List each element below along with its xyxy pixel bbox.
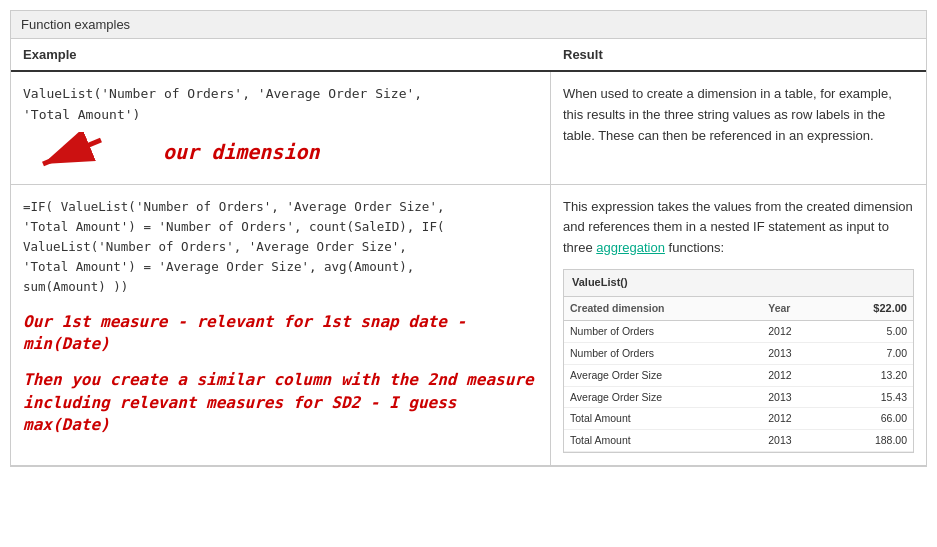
dimension-annotation-label: our dimension — [163, 137, 320, 167]
mini-col-dimension: Created dimension — [564, 297, 762, 321]
mini-table-row: Number of Orders20125.00 — [564, 321, 913, 343]
mini-table-cell: 5.00 — [828, 321, 913, 343]
result-text-2b: functions: — [669, 240, 725, 255]
table-header: Example Result — [11, 39, 926, 72]
table-row: ValueList('Number of Orders', 'Average O… — [11, 72, 926, 185]
mini-table-cell: 2013 — [762, 342, 828, 364]
mini-table-cell: 15.43 — [828, 386, 913, 408]
mini-table-cell: 2013 — [762, 430, 828, 452]
mini-col-year: Year — [762, 297, 828, 321]
mini-table-cell: Total Amount — [564, 430, 762, 452]
mini-table-cell: Number of Orders — [564, 342, 762, 364]
measure-note-2: Then you create a similar column with th… — [23, 369, 538, 436]
mini-table-row: Average Order Size201213.20 — [564, 364, 913, 386]
mini-table-cell: 2012 — [762, 364, 828, 386]
annotation-row: our dimension — [23, 132, 538, 172]
mini-table-cell: Total Amount — [564, 408, 762, 430]
aggregation-link[interactable]: aggregation — [596, 240, 665, 255]
example-col-header: Example — [11, 47, 551, 62]
mini-table-title: ValueList() — [564, 270, 913, 297]
result-col-header: Result — [551, 47, 926, 62]
red-arrow-icon — [23, 132, 103, 172]
mini-table-row: Number of Orders20137.00 — [564, 342, 913, 364]
function-examples-panel: Function examples Example Result ValueLi… — [10, 10, 927, 467]
svg-line-1 — [43, 140, 101, 164]
mini-table-cell: Average Order Size — [564, 386, 762, 408]
mini-table-cell: 2012 — [762, 321, 828, 343]
code-block-2: =IF( ValueList('Number of Orders', 'Aver… — [23, 197, 538, 297]
mini-table-container: ValueList() Created dimension Year $22.0… — [563, 269, 914, 453]
mini-table-row: Average Order Size201315.43 — [564, 386, 913, 408]
mini-table-cell: 2013 — [762, 386, 828, 408]
mini-table: Created dimension Year $22.00 Number of … — [564, 297, 913, 452]
code-block-1: ValueList('Number of Orders', 'Average O… — [23, 84, 538, 126]
panel-title: Function examples — [11, 11, 926, 39]
measure-note-1: Our 1st measure - relevant for 1st snap … — [23, 311, 538, 356]
mini-table-cell: Average Order Size — [564, 364, 762, 386]
mini-table-cell: 188.00 — [828, 430, 913, 452]
mini-table-row: Total Amount2013188.00 — [564, 430, 913, 452]
result-cell-2: This expression takes the values from th… — [551, 185, 926, 465]
mini-table-body: Number of Orders20125.00Number of Orders… — [564, 321, 913, 452]
mini-table-header-row: Created dimension Year $22.00 — [564, 297, 913, 321]
mini-table-cell: 66.00 — [828, 408, 913, 430]
example-cell-2: =IF( ValueList('Number of Orders', 'Aver… — [11, 185, 551, 465]
mini-table-cell: 13.20 — [828, 364, 913, 386]
mini-table-row: Total Amount201266.00 — [564, 408, 913, 430]
result-cell-1: When used to create a dimension in a tab… — [551, 72, 926, 184]
table-row-2: =IF( ValueList('Number of Orders', 'Aver… — [11, 185, 926, 466]
result-text-1: When used to create a dimension in a tab… — [563, 86, 892, 143]
example-cell-1: ValueList('Number of Orders', 'Average O… — [11, 72, 551, 184]
mini-table-cell: 2012 — [762, 408, 828, 430]
code-text-1: ValueList('Number of Orders', 'Average O… — [23, 86, 422, 122]
mini-col-amount-header: $22.00 — [828, 297, 913, 321]
mini-table-cell: 7.00 — [828, 342, 913, 364]
mini-table-cell: Number of Orders — [564, 321, 762, 343]
